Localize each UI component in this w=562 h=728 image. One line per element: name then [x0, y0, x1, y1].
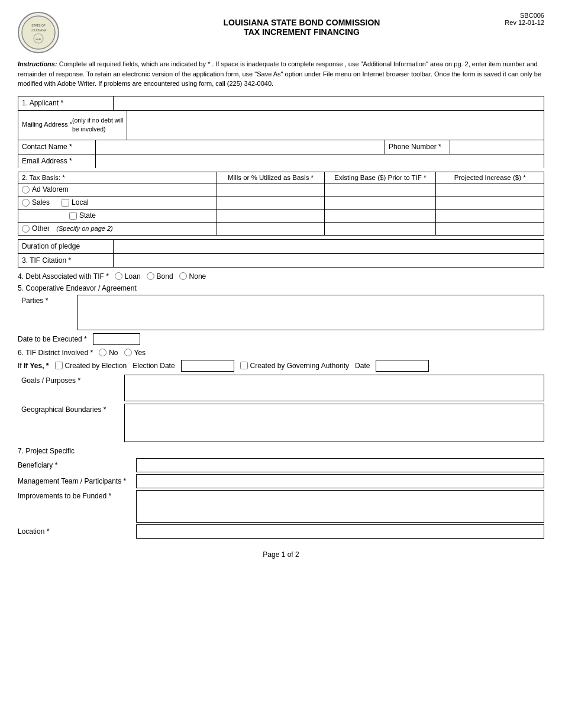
goals-box[interactable] — [124, 375, 544, 401]
mills-header: Mills or % Utilized as Basis * — [217, 172, 324, 183]
project-section: 7. Project Specific Beneficiary * Manage… — [18, 447, 544, 539]
contact-name-input-cell[interactable] — [95, 140, 385, 154]
mailing-address-input-cell[interactable] — [127, 111, 544, 140]
applicant-input-cell[interactable] — [113, 96, 544, 110]
date-executed-input-box[interactable] — [93, 333, 140, 345]
location-input[interactable] — [137, 525, 544, 538]
governing-date-input[interactable] — [376, 360, 428, 371]
bond-radio[interactable] — [147, 272, 154, 280]
mailing-address-input[interactable] — [127, 111, 544, 139]
other-projected-input[interactable] — [440, 224, 540, 233]
state-mills-input[interactable] — [221, 211, 321, 220]
phone-input-cell[interactable] — [450, 140, 544, 154]
other-mills-input[interactable] — [221, 224, 321, 233]
none-radio[interactable] — [179, 272, 187, 280]
goals-input-cell[interactable] — [124, 375, 544, 401]
other-row: Other (Specify on page 2) — [18, 222, 544, 235]
tif-yes-label[interactable]: Yes — [124, 349, 146, 357]
contact-name-label: Contact Name * — [18, 140, 95, 154]
beneficiary-row: Beneficiary * — [18, 458, 544, 472]
tif-no-text: No — [109, 349, 118, 357]
state-text: State — [79, 211, 96, 220]
debt-label: 4. Debt Associated with TIF * — [18, 272, 109, 281]
other-radio-label[interactable]: Other (Specify on page 2) — [22, 224, 213, 233]
title-line1: LOUISIANA STATE BOND COMMISSION — [59, 18, 544, 27]
local-existing-input[interactable] — [328, 198, 432, 207]
contact-name-input[interactable] — [96, 140, 385, 153]
geo-box[interactable] — [124, 404, 544, 442]
tif-yes-radio[interactable] — [124, 349, 132, 356]
state-checkbox[interactable] — [69, 212, 77, 220]
email-input-cell[interactable] — [95, 154, 320, 168]
title-line2: TAX INCREMENT FINANCING — [59, 27, 544, 37]
management-box[interactable] — [136, 474, 544, 488]
goals-row: Goals / Purposes * — [18, 375, 544, 401]
location-box[interactable] — [136, 524, 544, 539]
election-date-input[interactable] — [182, 360, 234, 371]
other-existing-input[interactable] — [328, 224, 432, 233]
local-checkbox[interactable] — [62, 199, 69, 207]
improvements-box[interactable] — [136, 490, 544, 523]
improvements-input-cell[interactable] — [136, 490, 544, 523]
ad-valorem-radio[interactable] — [22, 186, 30, 194]
duration-input[interactable] — [114, 240, 544, 253]
sales-radio[interactable] — [22, 199, 30, 207]
location-label: Location * — [18, 527, 136, 536]
applicant-label: 1. Applicant * — [18, 96, 113, 110]
beneficiary-input[interactable] — [137, 459, 544, 472]
bond-text: Bond — [157, 272, 173, 281]
svg-text:STATE OF: STATE OF — [31, 24, 46, 27]
created-governing-checkbox-label[interactable]: Created by Governing Authority — [240, 362, 349, 370]
created-governing-checkbox[interactable] — [240, 362, 248, 369]
parties-box[interactable] — [77, 295, 544, 330]
applicant-input[interactable] — [114, 96, 544, 109]
bond-radio-label[interactable]: Bond — [147, 272, 173, 281]
none-radio-label[interactable]: None — [179, 272, 206, 281]
state-projected-input[interactable] — [440, 211, 540, 220]
election-date-input-box[interactable] — [181, 360, 234, 372]
ref-date: Rev 12-01-12 — [505, 19, 544, 26]
created-election-text: Created by Election — [65, 362, 127, 370]
geo-textarea[interactable] — [125, 404, 544, 440]
loan-radio[interactable] — [115, 272, 122, 280]
state-existing-input[interactable] — [328, 211, 432, 220]
created-election-checkbox-label[interactable]: Created by Election — [55, 362, 127, 370]
loan-radio-label[interactable]: Loan — [115, 272, 141, 281]
ad-valorem-mills-input[interactable] — [221, 185, 321, 194]
ad-valorem-existing-input[interactable] — [328, 185, 432, 194]
header: STATE OF LOUISIANA SEAL LOUISIANA STATE … — [18, 12, 544, 53]
duration-row: Duration of pledge — [18, 239, 544, 253]
tif-citation-input-cell[interactable] — [113, 254, 409, 267]
management-input[interactable] — [137, 475, 544, 488]
management-input-cell[interactable] — [136, 474, 544, 488]
tax-basis-header: 2. Tax Basis: * — [18, 172, 217, 183]
location-input-cell[interactable] — [136, 524, 544, 539]
tif-no-radio[interactable] — [99, 349, 106, 356]
ad-valorem-radio-label[interactable]: Ad Valorem — [22, 185, 213, 194]
geo-input-cell[interactable] — [124, 404, 544, 442]
parties-input-cell[interactable] — [77, 295, 544, 330]
tif-no-label[interactable]: No — [99, 349, 118, 357]
tif-citation-input[interactable] — [114, 254, 409, 267]
local-mills-input[interactable] — [221, 198, 321, 207]
duration-input-cell[interactable] — [113, 240, 544, 253]
sales-radio-label[interactable]: Sales — [22, 198, 50, 207]
date-executed-input[interactable] — [93, 334, 140, 344]
other-radio[interactable] — [22, 225, 30, 233]
state-checkbox-label[interactable]: State — [69, 211, 213, 220]
created-election-checkbox[interactable] — [55, 362, 63, 369]
parties-textarea[interactable] — [77, 295, 544, 328]
goals-textarea[interactable] — [125, 375, 544, 399]
improvements-textarea[interactable] — [137, 491, 544, 520]
local-projected-input[interactable] — [440, 198, 540, 207]
phone-input[interactable] — [450, 140, 544, 153]
coop-section: 5. Cooperative Endeavor / Agreement Part… — [18, 284, 544, 345]
election-date-label: Election Date — [133, 362, 175, 370]
governing-date-input-box[interactable] — [376, 360, 429, 372]
email-input[interactable] — [96, 154, 320, 167]
local-checkbox-label[interactable]: Local — [62, 198, 89, 207]
beneficiary-box[interactable] — [136, 458, 544, 472]
ad-valorem-text: Ad Valorem — [32, 185, 69, 194]
ad-valorem-projected-input[interactable] — [440, 185, 540, 194]
beneficiary-input-cell[interactable] — [136, 458, 544, 472]
